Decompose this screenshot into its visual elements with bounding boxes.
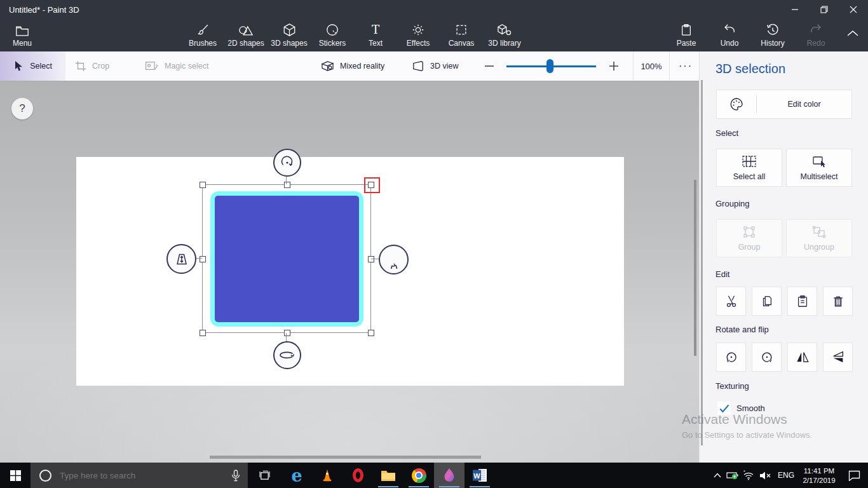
2d-shapes-button[interactable]: 2D shapes bbox=[224, 20, 268, 51]
microphone-icon[interactable] bbox=[231, 470, 240, 482]
search-input[interactable] bbox=[60, 471, 206, 480]
minimize-button[interactable] bbox=[780, 0, 810, 19]
scissors-icon bbox=[724, 294, 738, 308]
3d-selection-panel: 3D selection Edit color Select Select al… bbox=[699, 51, 868, 463]
taskbar-explorer-icon[interactable] bbox=[373, 463, 403, 488]
horizontal-scrollbar[interactable] bbox=[210, 456, 481, 459]
push-pull-icon bbox=[173, 251, 190, 268]
3d-shapes-button[interactable]: 3D shapes bbox=[268, 20, 311, 51]
mixed-reality-button[interactable]: Mixed reality bbox=[321, 51, 384, 81]
ungroup-label: Ungroup bbox=[804, 243, 834, 252]
edit-color-button[interactable]: Edit color bbox=[716, 90, 852, 119]
zoom-in-button[interactable] bbox=[605, 51, 623, 81]
multiselect-button[interactable]: Multiselect bbox=[786, 149, 852, 187]
resize-handle-bottom-center[interactable] bbox=[284, 330, 290, 336]
rotate-z-handle[interactable] bbox=[273, 149, 301, 177]
action-center-button[interactable] bbox=[840, 463, 868, 488]
undo-icon bbox=[722, 24, 736, 37]
taskbar-chrome-icon[interactable] bbox=[403, 463, 434, 488]
paste-button[interactable]: Paste bbox=[665, 20, 708, 51]
rotate-left-button[interactable] bbox=[716, 342, 746, 372]
undo-button[interactable]: Undo bbox=[708, 20, 751, 51]
task-view-button[interactable] bbox=[249, 463, 280, 488]
resize-handle-bottom-left[interactable] bbox=[200, 330, 206, 336]
more-options-button[interactable]: ··· bbox=[672, 51, 699, 81]
vlc-cone-icon bbox=[320, 468, 334, 482]
panel-scrollbar[interactable] bbox=[701, 80, 703, 445]
volume-muted-icon[interactable] bbox=[756, 463, 774, 488]
3d-library-button[interactable]: 3D library bbox=[483, 20, 526, 51]
rotate-y-handle[interactable] bbox=[273, 341, 301, 369]
stickers-label: Stickers bbox=[319, 39, 346, 48]
language-indicator[interactable]: ENG bbox=[774, 463, 798, 488]
delete-button[interactable] bbox=[823, 287, 853, 316]
help-button[interactable]: ? bbox=[11, 98, 33, 119]
taskbar-opera-icon[interactable] bbox=[342, 463, 373, 488]
zoom-slider-thumb[interactable] bbox=[546, 59, 553, 73]
3d-view-button[interactable]: 3D view bbox=[412, 51, 458, 81]
resize-handle-bottom-right[interactable] bbox=[368, 330, 374, 336]
help-label: ? bbox=[19, 102, 25, 115]
depth-handle[interactable] bbox=[166, 244, 196, 274]
collapse-ribbon-chevron-icon[interactable] bbox=[845, 29, 860, 37]
flip-horizontal-button[interactable] bbox=[787, 342, 817, 372]
close-button[interactable] bbox=[839, 0, 868, 19]
stickers-button[interactable]: Stickers bbox=[311, 20, 354, 51]
effects-icon bbox=[411, 24, 425, 37]
redo-icon bbox=[809, 24, 823, 37]
zoom-slider[interactable] bbox=[506, 51, 596, 81]
resize-handle-top-center[interactable] bbox=[284, 182, 290, 188]
rotate-left-icon bbox=[724, 350, 738, 364]
copy-icon bbox=[760, 294, 774, 308]
effects-button[interactable]: Effects bbox=[397, 20, 440, 51]
resize-handle-middle-right[interactable] bbox=[368, 256, 374, 262]
taskbar-search-box[interactable] bbox=[31, 463, 248, 488]
restore-button[interactable] bbox=[810, 0, 839, 19]
rotate-right-button[interactable] bbox=[752, 342, 782, 372]
magic-select-label: Magic select bbox=[165, 62, 208, 71]
rotate-x-handle[interactable] bbox=[379, 245, 409, 274]
text-button[interactable]: T Text bbox=[354, 20, 397, 51]
paste-panel-button[interactable] bbox=[787, 287, 817, 316]
brush-icon bbox=[196, 24, 210, 37]
taskbar-vlc-icon[interactable] bbox=[312, 463, 342, 488]
magic-select-button[interactable]: Magic select bbox=[145, 51, 208, 81]
ungroup-button[interactable]: Ungroup bbox=[786, 219, 852, 257]
select-all-button[interactable]: Select all bbox=[716, 149, 782, 187]
edit-section-label: Edit bbox=[715, 269, 729, 279]
copy-button[interactable] bbox=[752, 287, 782, 316]
zoom-out-button[interactable] bbox=[480, 51, 498, 81]
zoom-level-value[interactable]: 100% bbox=[633, 51, 670, 81]
running-indicator bbox=[378, 486, 398, 487]
resize-handle-middle-left[interactable] bbox=[200, 256, 206, 262]
battery-charging-icon[interactable] bbox=[724, 463, 741, 488]
text-label: Text bbox=[369, 39, 383, 48]
titlebar: Untitled* - Paint 3D bbox=[0, 0, 868, 19]
opera-o-icon bbox=[353, 468, 363, 482]
texturing-section-label: Texturing bbox=[715, 381, 749, 391]
svg-text:T: T bbox=[372, 23, 380, 36]
taskbar-clock[interactable]: 11:41 PM 2/17/2019 bbox=[798, 463, 840, 488]
brushes-button[interactable]: Brushes bbox=[181, 20, 224, 51]
start-button[interactable] bbox=[0, 463, 31, 488]
wifi-icon[interactable]: * bbox=[741, 463, 756, 488]
history-button[interactable]: History bbox=[751, 20, 794, 51]
crop-tool-button[interactable]: Crop bbox=[75, 51, 109, 81]
resize-handle-top-left[interactable] bbox=[200, 182, 206, 188]
canvas-button[interactable]: Canvas bbox=[440, 20, 483, 51]
select-tool-button[interactable]: Select bbox=[0, 51, 65, 81]
flip-vertical-icon bbox=[831, 350, 845, 364]
taskbar-edge-icon[interactable]: e bbox=[281, 463, 312, 488]
select-section-label: Select bbox=[715, 128, 738, 138]
vertical-scrollbar[interactable] bbox=[694, 180, 696, 356]
group-button[interactable]: Group bbox=[716, 219, 782, 257]
redo-button[interactable]: Redo bbox=[794, 20, 837, 51]
cortana-icon bbox=[39, 470, 51, 482]
menu-button[interactable]: Menu bbox=[5, 20, 39, 51]
crop-tool-label: Crop bbox=[92, 62, 109, 71]
taskbar-word-icon[interactable]: W bbox=[465, 463, 495, 488]
flip-vertical-button[interactable] bbox=[823, 342, 853, 372]
tray-overflow-chevron-icon[interactable] bbox=[710, 463, 724, 488]
cut-button[interactable] bbox=[716, 287, 746, 316]
taskbar-paint3d-icon[interactable] bbox=[434, 463, 465, 488]
